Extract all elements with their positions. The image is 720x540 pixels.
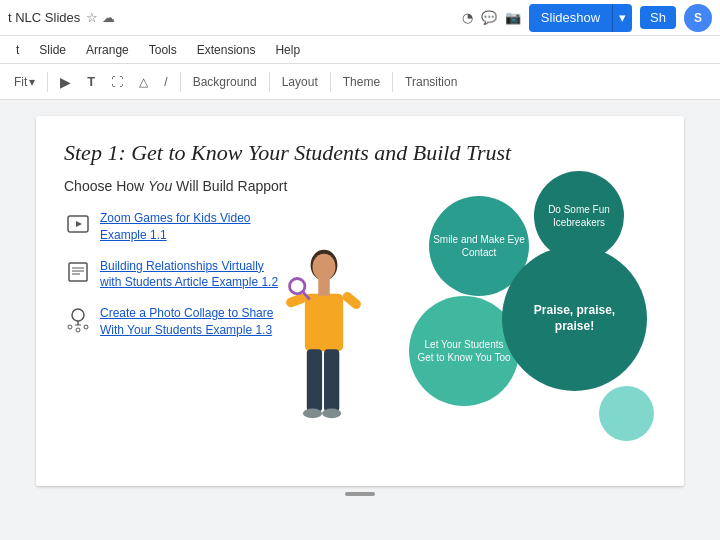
svg-rect-13 xyxy=(305,294,343,351)
svg-rect-21 xyxy=(324,349,339,411)
person-figure xyxy=(274,246,374,466)
background-button[interactable]: Background xyxy=(187,72,263,92)
menu-arrange[interactable]: Arrange xyxy=(78,41,137,59)
toolbar-right: ◔ 💬 📷 Slideshow ▾ Sh S xyxy=(462,4,712,32)
svg-point-23 xyxy=(322,409,341,419)
bubble-4: Praise, praise, praise! xyxy=(502,246,647,391)
figure-area: Smile and Make Eye Contact Do Some Fun I… xyxy=(244,166,684,466)
slide-title: Step 1: Get to Know Your Students and Bu… xyxy=(64,140,656,166)
line-icon: / xyxy=(164,75,167,89)
text-icon: T xyxy=(87,74,95,89)
layout-button[interactable]: Layout xyxy=(276,72,324,92)
idea-icon xyxy=(64,305,92,333)
svg-rect-17 xyxy=(341,290,363,311)
star-icon[interactable]: ☆ xyxy=(86,10,98,25)
svg-rect-14 xyxy=(318,279,329,296)
menubar: t Slide Arrange Tools Extensions Help xyxy=(0,36,720,64)
zoom-dropdown-icon: ▾ xyxy=(29,75,35,89)
svg-marker-1 xyxy=(76,221,82,227)
slideshow-dropdown-icon[interactable]: ▾ xyxy=(613,4,632,32)
toolbar-divider-1 xyxy=(47,72,48,92)
menu-tools[interactable]: Tools xyxy=(141,41,185,59)
slideshow-button[interactable]: Slideshow ▾ xyxy=(529,4,632,32)
toolbar-divider-3 xyxy=(269,72,270,92)
app-title: t NLC Slides xyxy=(8,10,80,25)
toolbar-divider-5 xyxy=(392,72,393,92)
main-area: Step 1: Get to Know Your Students and Bu… xyxy=(0,100,720,540)
bubble-5 xyxy=(599,386,654,441)
slide[interactable]: Step 1: Get to Know Your Students and Bu… xyxy=(36,116,684,486)
svg-point-18 xyxy=(290,279,305,294)
subtitle-text1: Choose How xyxy=(64,178,148,194)
article-icon xyxy=(64,258,92,286)
cursor-icon: ▶ xyxy=(60,74,71,90)
share-button[interactable]: Sh xyxy=(640,6,676,29)
camera-icon[interactable]: 📷 xyxy=(505,10,521,25)
slideshow-label[interactable]: Slideshow xyxy=(529,4,613,32)
line-tool[interactable]: / xyxy=(158,72,173,92)
svg-point-10 xyxy=(76,328,80,332)
topbar: t NLC Slides ☆ ☁ ◔ 💬 📷 Slideshow ▾ Sh S xyxy=(0,0,720,36)
toolbar: Fit ▾ ▶ T ⛶ △ / Background Layout Theme … xyxy=(0,64,720,100)
history-icon[interactable]: ◔ xyxy=(462,10,473,25)
menu-help[interactable]: Help xyxy=(267,41,308,59)
svg-point-9 xyxy=(68,325,72,329)
comment-icon[interactable]: 💬 xyxy=(481,10,497,25)
menu-extensions[interactable]: Extensions xyxy=(189,41,264,59)
avatar[interactable]: S xyxy=(684,4,712,32)
image-icon: ⛶ xyxy=(111,75,123,89)
scroll-indicator xyxy=(345,492,375,496)
shape-tool[interactable]: △ xyxy=(133,72,154,92)
transition-button[interactable]: Transition xyxy=(399,72,463,92)
menu-file[interactable]: t xyxy=(8,41,27,59)
theme-button[interactable]: Theme xyxy=(337,72,386,92)
subtitle-italic: You xyxy=(148,178,172,194)
video-icon xyxy=(64,210,92,238)
svg-point-15 xyxy=(313,254,336,281)
svg-point-6 xyxy=(72,309,84,321)
toolbar-divider-2 xyxy=(180,72,181,92)
slide-container: Step 1: Get to Know Your Students and Bu… xyxy=(0,100,720,540)
toolbar-divider-4 xyxy=(330,72,331,92)
image-tool[interactable]: ⛶ xyxy=(105,72,129,92)
text-tool[interactable]: T xyxy=(81,71,101,92)
svg-rect-20 xyxy=(307,349,322,411)
select-tool[interactable]: ▶ xyxy=(54,71,77,93)
svg-point-22 xyxy=(303,409,322,419)
shape-icon: △ xyxy=(139,75,148,89)
svg-rect-2 xyxy=(69,263,87,281)
svg-point-11 xyxy=(84,325,88,329)
cloud-icon: ☁ xyxy=(102,10,115,25)
zoom-selector[interactable]: Fit ▾ xyxy=(8,72,41,92)
menu-slide[interactable]: Slide xyxy=(31,41,74,59)
